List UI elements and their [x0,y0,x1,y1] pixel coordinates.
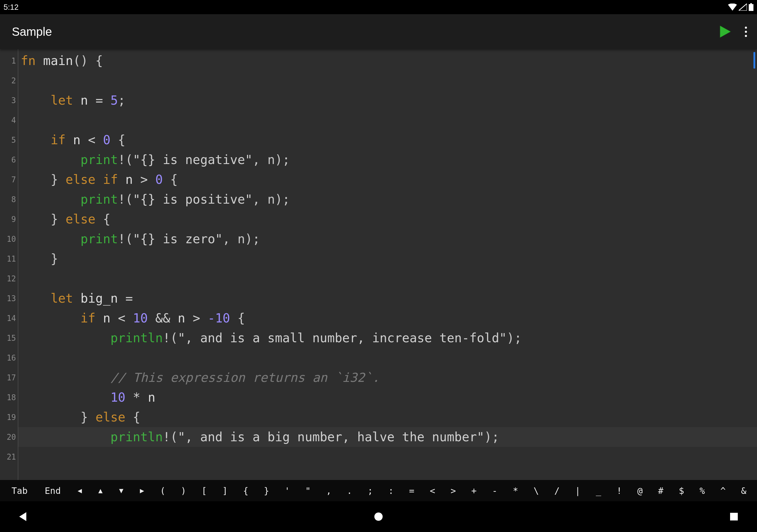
line-number: 5 [0,130,18,150]
line-number: 19 [0,407,18,427]
line-number: 10 [0,229,18,249]
code-line[interactable]: 10 * n [21,388,757,407]
line-number: 8 [0,190,18,209]
symbol-key[interactable]: = [401,483,422,499]
run-button[interactable] [719,25,731,38]
symbol-key[interactable]: ! [609,483,629,499]
app-title: Sample [12,25,52,39]
symbol-key[interactable]: - [484,483,505,499]
status-time: 5:12 [4,3,19,12]
symbol-key[interactable]: > [443,483,464,499]
overflow-menu-button[interactable] [742,24,750,40]
code-line[interactable]: if n < 0 { [21,130,757,150]
nav-recent-button[interactable] [727,510,741,523]
symbol-key[interactable]: } [256,483,277,499]
line-number: 6 [0,150,18,170]
code-line[interactable]: } else if n > 0 { [21,170,757,190]
nav-home-button[interactable] [372,510,385,523]
symbol-key[interactable]: $ [671,483,692,499]
line-number: 12 [0,269,18,288]
symbol-key[interactable]: < [422,483,443,499]
code-line[interactable]: println!(", and is a small number, incre… [21,328,757,348]
code-line[interactable] [21,71,757,90]
line-number: 4 [0,110,18,130]
symbol-key[interactable]: + [464,483,484,499]
code-line[interactable] [21,348,757,368]
symbol-key[interactable]: * [505,483,526,499]
symbol-key[interactable]: & [733,483,754,499]
symbol-key[interactable]: " [297,483,318,499]
symbol-key[interactable]: _ [588,483,609,499]
line-number: 1 [0,51,18,71]
dot-icon [745,27,747,29]
code-line[interactable]: } [21,249,757,269]
symbol-key[interactable]: End [36,483,69,499]
line-number: 17 [0,368,18,388]
symbol-key[interactable]: . [339,483,360,499]
line-number: 7 [0,170,18,190]
status-bar: 5:12 [0,0,757,14]
symbol-key[interactable]: # [650,483,671,499]
app-bar: Sample [0,14,757,49]
symbol-key[interactable]: { [235,483,256,499]
code-line[interactable]: let big_n = [21,288,757,308]
line-number: 9 [0,209,18,229]
symbol-key[interactable]: , [318,483,339,499]
code-line[interactable]: // This expression returns an `i32`. [21,368,757,388]
symbol-key[interactable]: ] [215,483,235,499]
code-line[interactable] [21,447,757,467]
code-line[interactable]: let n = 5; [21,90,757,110]
symbol-key[interactable]: ▼ [111,484,132,498]
symbol-key[interactable]: ; [360,483,380,499]
code-line[interactable]: if n < 10 && n > -10 { [21,308,757,328]
play-icon [719,25,731,38]
signal-icon [739,4,747,11]
svg-rect-1 [750,3,752,4]
code-line[interactable] [21,110,757,130]
code-line[interactable]: print!("{} is negative", n); [21,150,757,170]
code-line[interactable]: fn main() { [21,51,757,71]
code-line[interactable]: print!("{} is zero", n); [21,229,757,249]
code-editor[interactable]: 123456789101112131415161718192021 fn mai… [0,49,757,480]
code-line[interactable] [21,269,757,288]
symbol-key[interactable]: | [567,483,588,499]
line-number: 11 [0,249,18,269]
symbol-key[interactable]: / [546,483,567,499]
symbol-key[interactable]: ◀ [70,484,90,498]
line-number: 13 [0,288,18,308]
symbol-key[interactable]: \ [526,483,546,499]
symbol-key[interactable]: ) [173,483,194,499]
current-line-highlight [18,427,757,447]
battery-icon [749,3,753,11]
symbol-key[interactable]: % [692,483,712,499]
symbol-key[interactable]: [ [194,483,215,499]
line-number: 15 [0,328,18,348]
line-number: 18 [0,388,18,407]
home-circle-icon [374,512,383,521]
symbol-key[interactable]: @ [629,483,650,499]
code-line[interactable]: } else { [21,209,757,229]
symbol-key[interactable]: ▲ [90,484,111,498]
line-number: 3 [0,90,18,110]
recent-square-icon [730,512,738,521]
dot-icon [745,31,747,33]
scroll-indicator [753,52,755,69]
symbol-key[interactable]: ' [277,483,297,499]
dot-icon [745,35,747,37]
line-number: 20 [0,427,18,447]
svg-rect-0 [749,4,753,11]
nav-back-button[interactable] [16,510,30,523]
line-number: 2 [0,71,18,90]
symbol-key[interactable]: Tab [3,483,36,499]
code-area[interactable]: fn main() { let n = 5; if n < 0 { print!… [18,49,757,480]
symbol-toolbar: TabEnd◀▲▼▶()[]{}'",.;:=<>+-*\/|_!@#$%^& [0,480,757,501]
symbol-key[interactable]: ( [152,483,173,499]
wifi-icon [728,4,737,11]
code-line[interactable]: } else { [21,407,757,427]
symbol-key[interactable]: ▶ [132,484,152,498]
symbol-key[interactable]: ^ [712,483,733,499]
code-line[interactable]: print!("{} is positive", n); [21,190,757,209]
back-triangle-icon [18,512,28,522]
line-number-gutter: 123456789101112131415161718192021 [0,49,18,480]
symbol-key[interactable]: : [380,483,401,499]
